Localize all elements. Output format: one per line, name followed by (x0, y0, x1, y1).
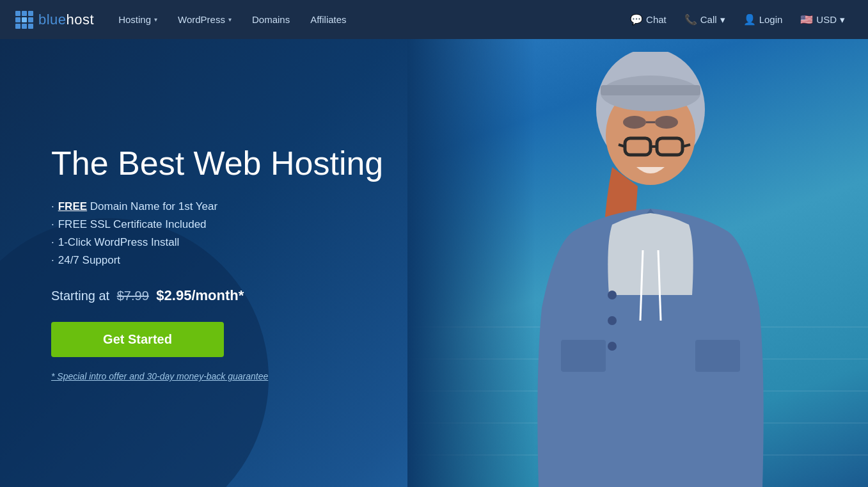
chevron-down-icon: ▾ (228, 16, 232, 23)
svg-point-18 (608, 342, 617, 351)
svg-rect-20 (601, 85, 700, 95)
bullet-icon: · (51, 254, 54, 267)
nav-links: Hosting ▾ WordPress ▾ Domains Affiliates (109, 0, 622, 39)
hero-image-area (407, 39, 868, 487)
nav-chat[interactable]: 💬 Chat (622, 0, 674, 39)
phone-icon: 📞 (684, 13, 697, 26)
svg-point-17 (608, 316, 617, 325)
chevron-down-icon: ▾ (720, 14, 725, 26)
nav-currency[interactable]: 🇺🇸 USD ▾ (793, 0, 853, 39)
hero-content: The Best Web Hosting · FREE Domain Name … (0, 145, 383, 382)
brand-name: bluehost (38, 12, 94, 28)
svg-rect-15 (695, 340, 740, 372)
hero-section: The Best Web Hosting · FREE Domain Name … (0, 39, 868, 487)
feature-item-ssl: · FREE SSL Certificate Included (51, 218, 383, 231)
navbar: bluehost Hosting ▾ WordPress ▾ Domains A… (0, 0, 868, 39)
feature-item-wordpress: · 1-Click WordPress Install (51, 236, 383, 249)
hero-disclaimer[interactable]: * Special intro offer and 30-day money-b… (51, 371, 383, 381)
user-icon: 👤 (743, 13, 756, 26)
feature-item-domain: · FREE Domain Name for 1st Year (51, 200, 383, 213)
get-started-button[interactable]: Get Started (51, 322, 224, 357)
nav-login[interactable]: 👤 Login (736, 0, 791, 39)
svg-point-22 (655, 116, 678, 129)
hero-features-list: · FREE Domain Name for 1st Year · FREE S… (51, 200, 383, 267)
bullet-icon: · (51, 200, 54, 213)
flag-icon: 🇺🇸 (800, 13, 813, 26)
nav-item-wordpress[interactable]: WordPress ▾ (169, 0, 241, 39)
hero-image-fade (407, 39, 535, 487)
old-price: $7.99 (117, 289, 149, 303)
bullet-icon: · (51, 236, 54, 249)
nav-item-affiliates[interactable]: Affiliates (301, 0, 355, 39)
chevron-down-icon: ▾ (840, 14, 845, 26)
brand-grid-icon (15, 11, 33, 29)
svg-point-21 (623, 116, 646, 129)
hero-title: The Best Web Hosting (51, 145, 383, 183)
svg-point-16 (608, 291, 617, 299)
free-label: FREE (58, 200, 87, 212)
hero-pricing: Starting at $7.99 $2.95/month* (51, 287, 383, 304)
feature-item-support: · 24/7 Support (51, 254, 383, 267)
svg-rect-14 (561, 340, 606, 372)
chevron-down-icon: ▾ (154, 16, 157, 23)
nav-item-hosting[interactable]: Hosting ▾ (109, 0, 166, 39)
brand-logo[interactable]: bluehost (15, 11, 94, 29)
new-price: $2.95/month* (156, 287, 244, 303)
bullet-icon: · (51, 218, 54, 231)
nav-right: 💬 Chat 📞 Call ▾ 👤 Login 🇺🇸 USD ▾ (622, 0, 853, 39)
chat-icon: 💬 (630, 13, 643, 26)
nav-call[interactable]: 📞 Call ▾ (677, 0, 733, 39)
nav-item-domains[interactable]: Domains (243, 0, 299, 39)
